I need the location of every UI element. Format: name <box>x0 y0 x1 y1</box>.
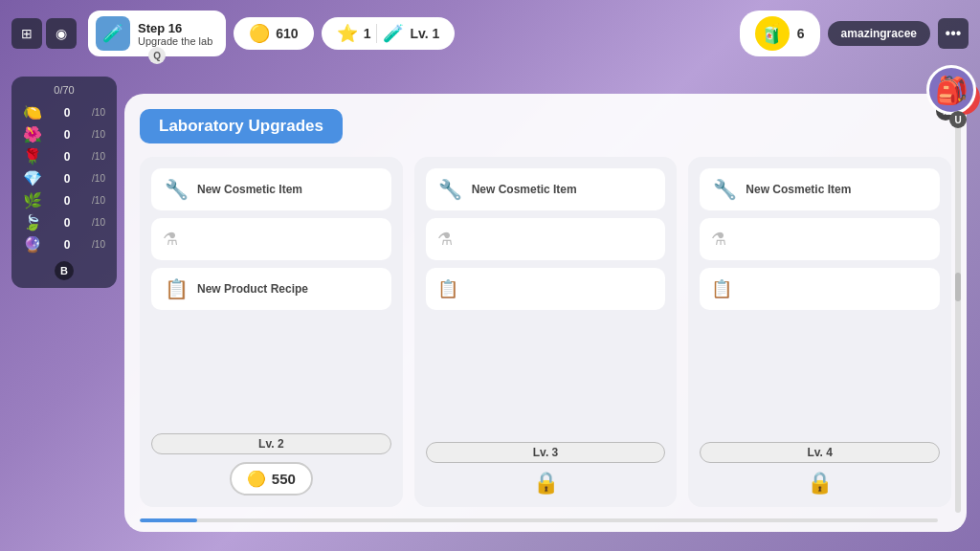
top-bar: ⊞ ◉ 🧪 Step 16 Upgrade the lab Q 🟡 610 ⭐ … <box>0 0 980 67</box>
panel-header: Laboratory Upgrades <box>140 109 951 143</box>
step-text: Step 16 Upgrade the lab <box>138 21 212 47</box>
level-badge: Lv. 4 <box>700 442 940 463</box>
empty-icon: 📋 <box>437 278 458 299</box>
resource-max: /10 <box>92 107 105 118</box>
empty-icon: ⚗ <box>437 229 453 250</box>
upgrade-item-0-0[interactable]: 🔧New Cosmetic Item <box>151 168 391 210</box>
juice-icon: 🧃 <box>755 16 790 51</box>
upgrade-item-empty-2-2: 📋 <box>700 268 940 310</box>
resource-row: 💎 0 /10 <box>19 167 109 189</box>
scrollbar-thumb <box>955 273 961 301</box>
username-badge: amazingracee <box>828 21 930 46</box>
upgrade-item-empty-1-2: 📋 <box>426 268 666 310</box>
resource-icon: 🔮 <box>23 235 42 253</box>
empty-icon: 📋 <box>711 278 732 299</box>
grid-icon[interactable]: ⊞ <box>11 18 42 49</box>
upgrades-grid: 🔧New Cosmetic Item⚗📋New Product RecipeLv… <box>140 157 951 507</box>
lock-icon: 🔒 <box>807 471 833 496</box>
resource-count: 0 <box>42 216 92 230</box>
price-value: 550 <box>272 471 296 487</box>
stars-value: 1 <box>364 26 371 41</box>
coins-pill: 🟡 610 <box>234 17 313 50</box>
tool-icon: 🔧 <box>163 178 189 201</box>
step-icon: 🧪 <box>96 16 130 51</box>
upgrade-col-0: 🔧New Cosmetic Item⚗📋New Product RecipeLv… <box>140 157 403 507</box>
resource-icon: 🍋 <box>23 103 42 121</box>
resource-row: 🔮 0 /10 <box>19 233 109 255</box>
resource-row: 🍃 0 /10 <box>19 211 109 233</box>
resource-max: /10 <box>92 151 105 162</box>
resource-icon: 🍃 <box>23 213 42 231</box>
resource-max: /10 <box>92 173 105 184</box>
juice-value: 6 <box>797 26 805 41</box>
right-scrollbar[interactable] <box>955 113 961 513</box>
resource-count: 0 <box>42 238 92 252</box>
upgrade-col-2: 🔧New Cosmetic Item⚗📋Lv. 4🔒 <box>688 157 951 507</box>
top-left-icons: ⊞ ◉ <box>11 18 77 49</box>
resource-icon: 🌹 <box>23 147 42 165</box>
level-badge: Lv. 3 <box>426 442 666 463</box>
upgrade-item-empty-0-1: ⚗ <box>151 218 391 260</box>
resource-count: 0 <box>42 150 92 164</box>
resource-max: /10 <box>92 239 105 250</box>
tool-icon: 🔧 <box>711 178 738 201</box>
step-badge: 🧪 Step 16 Upgrade the lab Q <box>88 11 226 56</box>
flask-icon: 🧪 <box>383 23 404 44</box>
level-value: Lv. 1 <box>410 26 439 41</box>
step-subtitle: Upgrade the lab <box>138 35 212 47</box>
upgrade-item-label: New Cosmetic Item <box>746 183 851 196</box>
price-coin-icon: 🟡 <box>247 470 266 488</box>
resource-count: 0 <box>42 128 92 142</box>
resource-icon: 🌺 <box>23 125 42 143</box>
panel-title: Laboratory Upgrades <box>140 109 343 143</box>
avatar-u-label[interactable]: U <box>949 111 967 128</box>
step-q-label[interactable]: Q <box>148 47 166 64</box>
coin-icon: 🟡 <box>249 23 270 44</box>
upgrade-item-label: New Cosmetic Item <box>472 183 577 196</box>
star-icon: ⭐ <box>337 23 358 44</box>
upgrade-item-0-2[interactable]: 📋New Product Recipe <box>151 268 391 310</box>
resource-count: 0 <box>42 194 92 208</box>
resource-list: 🍋 0 /10 🌺 0 /10 🌹 0 /10 💎 0 /10 🌿 0 /10 … <box>19 101 109 255</box>
sidebar: 0/70 🍋 0 /10 🌺 0 /10 🌹 0 /10 💎 0 /10 🌿 0… <box>11 77 117 288</box>
stars-pill: ⭐ 1 🧪 Lv. 1 <box>322 17 456 50</box>
resource-max: /10 <box>92 195 105 206</box>
resource-row: 🍋 0 /10 <box>19 101 109 123</box>
resource-row: 🌿 0 /10 <box>19 189 109 211</box>
sidebar-b-button[interactable]: B <box>55 261 74 280</box>
sidebar-header: 0/70 <box>19 84 109 96</box>
upgrade-item-label: New Cosmetic Item <box>197 183 302 196</box>
record-icon[interactable]: ◉ <box>46 18 77 49</box>
tool-icon: 🔧 <box>437 178 464 201</box>
main-panel: X x Laboratory Upgrades 🔧New Cosmetic It… <box>124 94 967 532</box>
resource-row: 🌺 0 /10 <box>19 123 109 145</box>
resource-count: 0 <box>42 106 92 120</box>
resource-icon: 🌿 <box>23 191 42 209</box>
coins-value: 610 <box>276 26 298 41</box>
lock-icon: 🔒 <box>533 471 559 496</box>
resource-max: /10 <box>92 217 105 228</box>
avatar: 🎒 <box>926 65 976 115</box>
step-number: Step 16 <box>138 21 212 35</box>
upgrade-item-empty-2-1: ⚗ <box>700 218 940 260</box>
upgrade-item-2-0[interactable]: 🔧New Cosmetic Item <box>700 168 940 210</box>
upgrade-col-1: 🔧New Cosmetic Item⚗📋Lv. 3🔒 <box>414 157 678 507</box>
upgrade-item-label: New Product Recipe <box>197 282 308 296</box>
empty-icon: ⚗ <box>163 229 178 250</box>
bottom-scrollbar-thumb <box>140 518 197 522</box>
bottom-scrollbar[interactable] <box>140 518 938 522</box>
recipe-icon: 📋 <box>163 277 189 300</box>
juice-pill: 🧃 6 <box>740 11 820 56</box>
resource-row: 🌹 0 /10 <box>19 145 109 167</box>
upgrade-item-empty-1-1: ⚗ <box>426 218 666 260</box>
more-options-button[interactable]: ••• <box>938 18 969 49</box>
resource-icon: 💎 <box>23 169 42 187</box>
upgrade-item-1-0[interactable]: 🔧New Cosmetic Item <box>426 168 666 210</box>
resource-count: 0 <box>42 172 92 186</box>
empty-icon: ⚗ <box>711 229 726 250</box>
level-badge: Lv. 2 <box>151 433 391 454</box>
purchase-button[interactable]: 🟡550 <box>230 462 313 496</box>
resource-max: /10 <box>92 129 105 140</box>
